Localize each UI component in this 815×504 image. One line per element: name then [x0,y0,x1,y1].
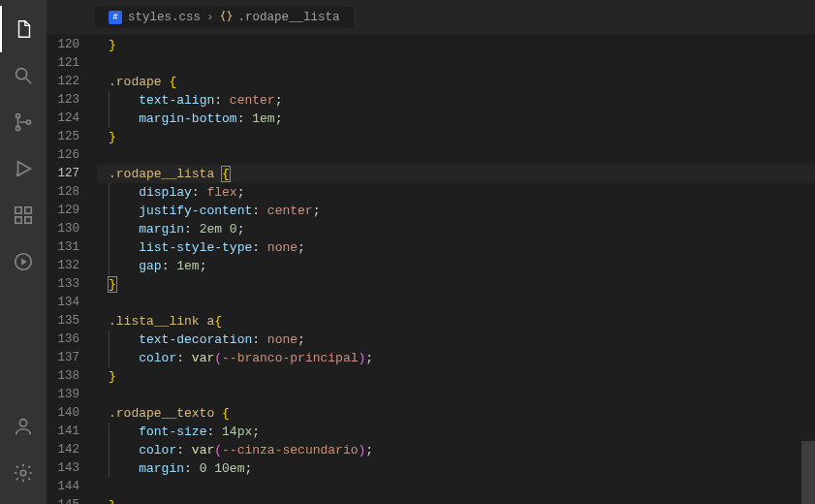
code-line[interactable]: color: var(--branco-principal); [97,349,815,367]
line-number: 126 [47,146,79,165]
breadcrumb[interactable]: # styles.css › .rodape__lista [95,7,354,28]
line-number-gutter: 1201211221231241251261271281291301311321… [47,34,97,504]
line-number: 133 [47,275,79,294]
code-line[interactable] [97,146,815,165]
svg-point-3 [16,126,19,130]
line-number: 124 [47,110,79,128]
code-line[interactable]: .rodape__texto { [97,404,815,423]
code-content[interactable]: }.rodape { text-align: center; margin-bo… [97,34,815,504]
svg-marker-5 [18,162,31,176]
code-line[interactable]: margin-bottom: 1em; [97,110,815,128]
code-line[interactable]: } [97,128,815,146]
svg-marker-12 [21,258,27,265]
svg-point-14 [20,470,26,476]
code-line[interactable]: font-size: 14px; [97,423,815,441]
code-line[interactable]: margin: 2em 0; [97,220,815,238]
line-number: 139 [47,386,79,404]
settings-gear-icon[interactable] [0,450,47,496]
line-number: 122 [47,73,79,91]
line-number: 128 [47,183,79,202]
code-line[interactable]: justify-content: center; [97,202,815,220]
line-number: 137 [47,349,79,367]
svg-point-2 [16,114,19,118]
line-number: 121 [47,54,79,73]
explorer-icon[interactable] [0,6,47,52]
extensions-icon[interactable] [0,192,47,238]
line-number: 140 [47,404,79,423]
svg-point-13 [19,420,26,426]
line-number: 130 [47,220,79,238]
code-line[interactable]: text-decoration: none; [97,331,815,349]
code-container: 1201211221231241251261271281291301311321… [47,34,815,504]
code-line[interactable]: text-align: center; [97,91,815,110]
run-debug-icon[interactable] [0,145,47,192]
code-line[interactable]: .rodape__lista { [97,165,815,183]
live-server-icon[interactable] [0,238,47,285]
code-line[interactable] [97,54,815,73]
svg-point-4 [26,120,30,124]
svg-rect-9 [25,217,31,223]
chevron-right-icon: › [206,11,214,24]
line-number: 131 [47,238,79,257]
svg-line-1 [26,79,32,84]
editor-area: # styles.css # styles.css › .rodape__lis… [47,0,815,504]
code-line[interactable]: } [97,275,815,294]
svg-point-0 [16,69,27,79]
breadcrumb-file: styles.css [128,11,201,24]
search-icon[interactable] [0,52,47,99]
line-number: 127 [47,165,79,183]
line-number: 141 [47,423,79,441]
scrollbar-thumb[interactable] [801,441,815,504]
line-number: 145 [47,496,79,504]
code-line[interactable] [97,386,815,404]
svg-rect-8 [16,217,21,223]
line-number: 143 [47,459,79,478]
svg-rect-7 [16,207,21,213]
code-line[interactable]: } [97,496,815,504]
line-number: 132 [47,257,79,275]
svg-point-6 [16,173,17,175]
source-control-icon[interactable] [0,99,47,145]
line-number: 125 [47,128,79,146]
code-line[interactable] [97,478,815,496]
code-line[interactable]: .rodape { [97,73,815,91]
code-line[interactable]: } [97,36,815,54]
code-line[interactable]: } [97,367,815,386]
line-number: 134 [47,294,79,312]
line-number: 123 [47,91,79,110]
code-line[interactable]: list-style-type: none; [97,238,815,257]
line-number: 142 [47,441,79,459]
vertical-scrollbar[interactable] [801,34,815,504]
code-line[interactable]: color: var(--cinza-secundario); [97,441,815,459]
code-line[interactable] [97,294,815,312]
code-line[interactable]: .lista__link a{ [97,312,815,331]
line-number: 144 [47,478,79,496]
activity-bar [0,0,47,504]
accounts-icon[interactable] [0,403,47,450]
code-line[interactable]: gap: 1em; [97,257,815,275]
line-number: 129 [47,202,79,220]
css-file-icon: # [109,11,122,24]
line-number: 138 [47,367,79,386]
svg-rect-10 [25,207,31,213]
css-rule-icon [220,10,233,26]
line-number: 135 [47,312,79,331]
breadcrumb-selector: .rodape__lista [238,11,340,24]
line-number: 120 [47,36,79,54]
code-line[interactable]: display: flex; [97,183,815,202]
line-number: 136 [47,331,79,349]
code-line[interactable]: margin: 0 10em; [97,459,815,478]
